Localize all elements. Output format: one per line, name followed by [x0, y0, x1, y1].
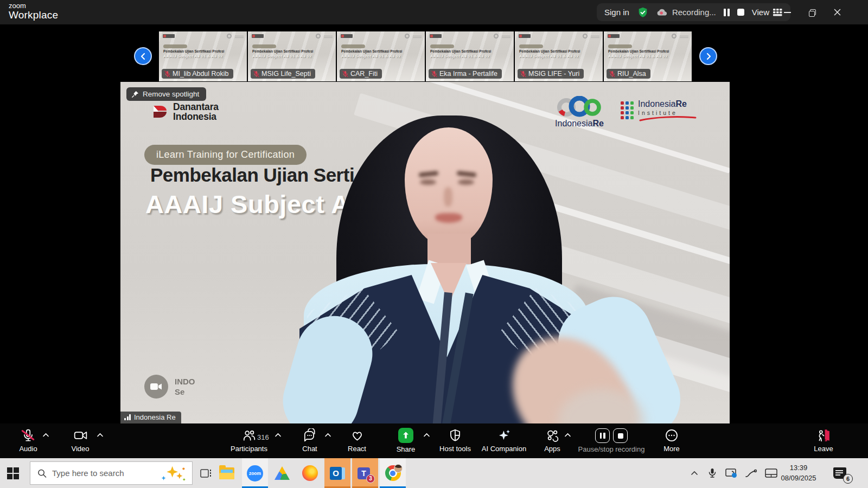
participant-thumbnail[interactable]: Pembekalan Ujian Sertifikasi Profesi AAA… [515, 31, 603, 81]
participant-name-pill: CAR_Fiti [340, 69, 382, 79]
sign-in-button[interactable]: Sign in [604, 8, 629, 17]
teams-icon: T 3 [358, 466, 373, 481]
clock-date: 08/09/2025 [781, 473, 816, 484]
spotlight-video[interactable]: Danantara Indonesia iLearn Training for … [120, 82, 730, 423]
participant-thumbnail[interactable]: Pembekalan Ujian Sertifikasi Profesi AAA… [604, 31, 692, 81]
window-close-button[interactable] [825, 0, 850, 24]
audio-options-chevron[interactable] [42, 433, 49, 438]
participants-options-chevron[interactable] [275, 433, 282, 438]
chat-button[interactable]: Chat [288, 423, 331, 458]
institute-swoosh [638, 116, 698, 121]
mini-institute-logo [413, 35, 422, 38]
camera-watermark-icon [144, 375, 168, 399]
window-minimize-button[interactable] [775, 0, 800, 24]
video-options-chevron[interactable] [97, 433, 104, 438]
remove-spotlight-label: Remove spotlight [143, 90, 199, 98]
window-restore-button[interactable] [800, 0, 825, 24]
muted-mic-icon [431, 70, 437, 78]
title-bar: zoom Workplace Sign in Recording... View [0, 0, 868, 24]
mini-slide-title: Pembekalan Ujian Sertifikasi Profesi [341, 49, 402, 53]
titlebar-controls: Sign in Recording... View [597, 3, 790, 21]
mini-danantara-logo [341, 34, 353, 38]
apps-button[interactable]: Apps [531, 423, 574, 458]
taskbar-firefox[interactable] [297, 458, 323, 488]
notification-count-badge: 6 [843, 474, 853, 484]
mic-muted-icon [21, 428, 35, 442]
participant-name: MSIG Life_Septi [261, 70, 311, 78]
participant-thumbnail[interactable]: Pembekalan Ujian Sertifikasi Profesi AAA… [248, 31, 336, 81]
react-button[interactable]: React [335, 423, 379, 458]
teams-notification-badge: 3 [366, 474, 375, 483]
remove-spotlight-button[interactable]: Remove spotlight [126, 87, 206, 101]
muted-mic-icon [520, 70, 526, 78]
cast-display-icon [725, 468, 737, 478]
mini-indonesiare-logo [227, 34, 232, 38]
muted-mic-icon [164, 70, 170, 78]
search-input[interactable] [52, 468, 160, 478]
muted-mic-icon [609, 70, 615, 78]
share-options-chevron[interactable] [423, 433, 430, 438]
chat-icon [303, 428, 317, 442]
ai-companion-button[interactable]: AI Companion [471, 423, 537, 458]
mini-danantara-logo [252, 34, 264, 38]
more-button[interactable]: More [650, 423, 693, 458]
tray-show-hidden-icons[interactable] [685, 458, 704, 488]
slide-badge: iLearn Training for Certification [144, 145, 307, 165]
muted-mic-icon [253, 70, 259, 78]
taskbar-clock[interactable]: 13:39 08/09/2025 [773, 458, 825, 488]
mini-badge [519, 44, 543, 48]
mini-slide-subtitle: AAAIJ Subject AJ 01 & AJ 02 [430, 54, 490, 59]
video-button[interactable]: Video [59, 423, 102, 458]
participant-name: Eka Irma - Pertalife [439, 70, 497, 78]
participants-button[interactable]: Participants [216, 423, 282, 458]
tray-device-cable[interactable] [741, 458, 761, 488]
audio-button[interactable]: Audio [7, 423, 50, 458]
mini-institute-logo [502, 35, 510, 38]
taskbar-google-drive[interactable] [269, 458, 295, 488]
chat-options-chevron[interactable] [324, 433, 331, 438]
mini-institute-logo [235, 35, 244, 38]
taskbar-teams[interactable]: T 3 [352, 458, 378, 488]
recording-label: Recording... [672, 8, 716, 17]
share-button[interactable]: Share [384, 423, 427, 458]
clock-time: 13:39 [790, 463, 808, 473]
taskbar-outlook[interactable]: O [324, 458, 350, 488]
mini-badge [163, 44, 187, 48]
mini-danantara-logo [430, 34, 442, 38]
mini-institute-logo [324, 35, 333, 38]
participant-thumbnail[interactable]: Pembekalan Ujian Sertifikasi Profesi AAA… [426, 31, 514, 81]
firefox-icon [302, 465, 318, 481]
recording-pause-button[interactable] [724, 9, 730, 16]
speaker-name: Indonesia Re [134, 413, 176, 421]
mini-slide-subtitle: AAAIJ Subject AJ 01 & AJ 02 [252, 54, 312, 59]
stop-recording-icon[interactable] [613, 428, 628, 443]
taskbar-chrome[interactable] [380, 458, 406, 488]
zoom-workplace-logo: zoom Workplace [9, 2, 58, 21]
recording-stop-button[interactable] [737, 9, 744, 16]
notification-center-button[interactable]: 6 [826, 458, 854, 488]
tray-screen-cast[interactable] [722, 458, 741, 488]
participant-name: CAR_Fiti [350, 70, 378, 78]
slide-subtitle: AAAIJ Subject A [145, 189, 350, 219]
start-button[interactable] [0, 458, 26, 488]
mini-danantara-logo [519, 34, 531, 38]
mini-slide-subtitle: AAAIJ Subject AJ 01 & AJ 02 [519, 54, 579, 59]
taskbar-file-explorer[interactable] [214, 458, 240, 488]
pause-stop-recording-button[interactable]: Pause/stop recording [571, 423, 652, 458]
mini-slide-title: Pembekalan Ujian Sertifikasi Profesi [519, 49, 580, 53]
cable-icon [745, 468, 757, 478]
pause-recording-icon[interactable] [595, 428, 610, 443]
presenter-face [405, 127, 493, 246]
apps-icon [545, 428, 559, 442]
leave-button[interactable]: Leave [802, 423, 845, 458]
filmstrip-next-button[interactable] [699, 47, 717, 65]
tray-microphone[interactable] [703, 458, 722, 488]
search-icon [37, 468, 47, 478]
participant-thumbnail[interactable]: Pembekalan Ujian Sertifikasi Profesi AAA… [159, 31, 247, 81]
filmstrip-prev-button[interactable] [134, 47, 152, 65]
participant-thumbnail[interactable]: Pembekalan Ujian Sertifikasi Profesi AAA… [337, 31, 425, 81]
chevron-up-icon [691, 471, 698, 476]
slide-title: Pembekalan Ujian Serti [150, 164, 354, 186]
chrome-icon [385, 465, 401, 481]
taskbar-zoom[interactable]: zoom [242, 458, 268, 488]
